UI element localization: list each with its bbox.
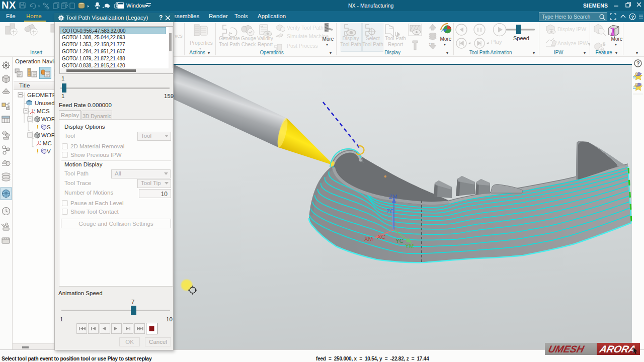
svg-text:XC: XC [377, 234, 385, 240]
svg-text:YM: YM [405, 243, 414, 249]
svg-text:ZM: ZM [389, 194, 397, 200]
svg-text:YC: YC [395, 238, 404, 244]
svg-text:XM: XM [364, 236, 373, 242]
svg-text:ZC: ZC [386, 208, 394, 214]
